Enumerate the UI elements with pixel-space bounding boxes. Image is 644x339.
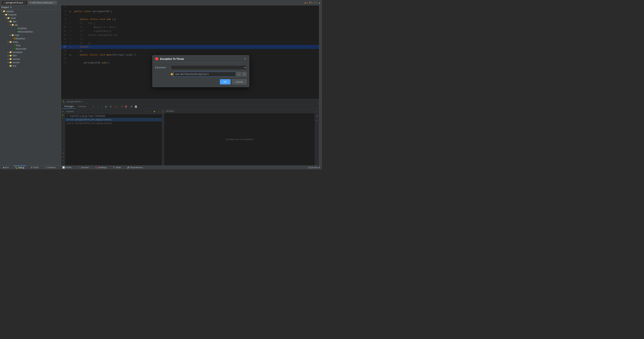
- tree-item-api[interactable]: ▼ 📁 api: [0, 23, 61, 26]
- folder-icon: 📁: [12, 24, 14, 26]
- tree-item-entity[interactable]: ► 📁 entity: [0, 40, 61, 44]
- tree-item-filter[interactable]: ► 📁 filter: [0, 54, 61, 57]
- modal-title-bar: 🔴 Exception To Throw ✕: [152, 55, 249, 63]
- cancel-button[interactable]: Cancel: [232, 79, 247, 84]
- arrow-icon: ►: [7, 41, 9, 43]
- tree-item-atguigu[interactable]: ▼ 📁 atguigu: [0, 10, 61, 13]
- arrow-icon: ►: [7, 58, 9, 60]
- tree-label: servlet: [12, 61, 20, 64]
- status-tab-problems[interactable]: ⚠ Problems: [43, 166, 58, 170]
- tab-close-URLClassLoader[interactable]: ✕: [54, 2, 55, 4]
- arrow-icon: ▼: [1, 10, 3, 12]
- modal-buttons: OK Cancel: [155, 78, 247, 84]
- expression-field: Expression:: [155, 65, 247, 70]
- tree-label: Memorials: [16, 48, 26, 50]
- tree-label: BaseDao: [16, 37, 25, 40]
- folder-icon: 📁: [12, 34, 14, 36]
- arrow-icon: ►: [7, 51, 9, 53]
- dropdown-icon[interactable]: ▼: [10, 6, 12, 8]
- tree-label: EmpDao: [18, 27, 27, 30]
- tab-bar: J springbootUN.java ✕ J URLClassLoader.j…: [2, 1, 304, 4]
- status-tab-todo[interactable]: ☰ TODO: [29, 166, 40, 170]
- tree-item-BaseDao[interactable]: C BaseDao: [0, 37, 61, 40]
- status-tab-dependencies-label: 🔗 Dependencies: [127, 166, 143, 169]
- tree-label: test: [12, 64, 16, 67]
- arrow-icon: ▼: [3, 14, 5, 16]
- toolbar-arrow-up[interactable]: ▲: [318, 2, 320, 4]
- interface-icon: I: [16, 27, 17, 30]
- folder-icon: 📁: [7, 17, 10, 19]
- input-field: ≤ ▼: [155, 72, 247, 77]
- tree-item-test[interactable]: 📁 test: [0, 64, 61, 68]
- tree-item-imperial[interactable]: ▼ 📁 imperial: [0, 13, 61, 16]
- interface-icon: I: [16, 31, 17, 33]
- java-class-icon: C: [14, 38, 16, 40]
- tree-item-servlet[interactable]: ► 📁 servlet: [0, 61, 61, 64]
- ok-button[interactable]: OK: [220, 79, 230, 84]
- folder-icon: 📁: [9, 20, 12, 23]
- arrow-icon: ▼: [9, 24, 12, 26]
- error-badge[interactable]: ✖ 1: [309, 2, 312, 4]
- arrow-icon: ►: [7, 62, 9, 64]
- modal-overlay: 🔴 Exception To Throw ✕ Expression:: [61, 6, 319, 166]
- status-tab-profiler[interactable]: 📊 Profiler: [60, 166, 74, 170]
- arrow-icon: ►: [7, 54, 9, 56]
- main-area: Project ▼ ▼ 📁 atguigu ▼ 📁 imperial ▼ 📁 c…: [0, 6, 322, 166]
- status-tab-terminal[interactable]: ⬛ Terminal: [76, 166, 90, 170]
- expression-input[interactable]: [174, 72, 236, 77]
- status-tab-dependencies[interactable]: 🔗 Dependencies: [125, 166, 144, 170]
- tree-item-service[interactable]: ► 📁 service: [0, 57, 61, 61]
- exception-throw-dialog: 🔴 Exception To Throw ✕ Expression:: [152, 55, 249, 87]
- status-right-text[interactable]: CSCN-4SV ▼: [308, 166, 320, 169]
- tree-item-exception[interactable]: ► 📁 exception: [0, 50, 61, 54]
- folder-icon: 📁: [5, 14, 8, 16]
- ok-badge[interactable]: ✔ 1: [314, 2, 317, 4]
- input-dropdown-btn[interactable]: ▼: [242, 72, 247, 76]
- project-tree-sidebar: Project ▼ ▼ 📁 atguigu ▼ 📁 imperial ▼ 📁 c…: [0, 6, 61, 166]
- tab-URLClassLoader[interactable]: J URLClassLoader.java ✕: [28, 1, 57, 4]
- modal-body: Expression: ≤ ▼: [152, 63, 249, 87]
- status-tab-problems-label: ⚠ Problems: [45, 166, 56, 169]
- tree-item-MemorialsDao[interactable]: I MemorialsDao: [0, 30, 61, 34]
- status-tab-terminal-label: ⬛ Terminal: [78, 166, 88, 169]
- warning-badge[interactable]: ▲ 4: [304, 2, 308, 4]
- tab-close-springbootUN[interactable]: ✕: [24, 2, 26, 4]
- tree-item-dao[interactable]: ▼ 📁 dao: [0, 20, 61, 23]
- tree-label: court: [10, 17, 16, 20]
- tree-item-impl[interactable]: ► 📁 impl: [0, 34, 61, 37]
- expression-select-container: [171, 65, 247, 70]
- expression-select[interactable]: [171, 65, 247, 70]
- input-expand-btn[interactable]: ≤: [236, 72, 241, 76]
- status-tab-todo-label: ☰ TODO: [31, 166, 38, 169]
- tree-label: imperial: [8, 13, 16, 16]
- modal-input-row: ≤ ▼: [171, 72, 247, 77]
- tree-item-EmpDao[interactable]: I EmpDao: [0, 26, 61, 30]
- tree-label: dao: [12, 20, 16, 23]
- status-tab-build[interactable]: 🔨 Build: [112, 166, 122, 170]
- modal-close-button[interactable]: ✕: [243, 57, 247, 61]
- status-tab-spotbugs[interactable]: 🐞 SpotBugs: [93, 166, 108, 170]
- java-tab-icon: J: [4, 2, 4, 4]
- java-class-icon-green: C: [14, 48, 16, 50]
- tree-item-Emp[interactable]: C Emp: [0, 44, 61, 47]
- tab-springbootUN[interactable]: J springbootUN.java ✕: [2, 1, 28, 4]
- right-gutter: [319, 6, 322, 166]
- status-tab-debug[interactable]: 🐛 Debug: [14, 166, 26, 170]
- folder-icon: 📁: [9, 41, 12, 43]
- folder-icon: 📁: [9, 54, 12, 57]
- arrow-icon: ▼: [5, 17, 7, 19]
- tree-label: filter: [12, 54, 17, 57]
- tree-label: atguigu: [6, 10, 14, 12]
- tree-item-Memorials[interactable]: C Memorials: [0, 47, 61, 50]
- sidebar-header: Project ▼: [0, 6, 61, 10]
- project-label: Project: [2, 6, 9, 8]
- tree-item-court[interactable]: ▼ 📁 court: [0, 16, 61, 20]
- modal-title-icon: 🔴: [155, 57, 158, 60]
- status-tab-run-label: ▶ Run: [3, 166, 9, 169]
- folder-icon: 📁: [9, 65, 12, 67]
- tree-label: exception: [12, 51, 23, 54]
- tree-label: service: [12, 58, 20, 60]
- folder-icon: 📁: [9, 51, 12, 53]
- tree-label: api: [15, 24, 18, 26]
- status-tab-run[interactable]: ▶ Run: [2, 166, 10, 170]
